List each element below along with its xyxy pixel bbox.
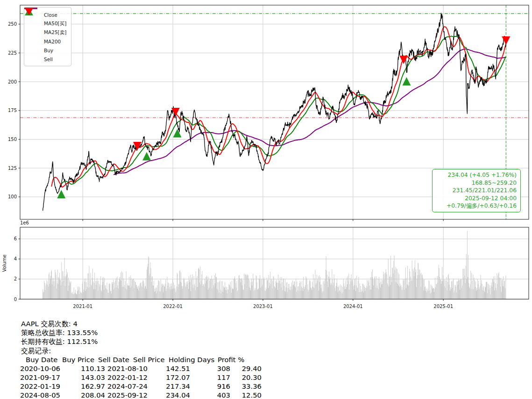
buy-marker bbox=[142, 152, 151, 161]
legend-item: MA200 bbox=[28, 37, 66, 46]
x-tick-label: 2021-01 bbox=[73, 304, 92, 309]
trade-table-cell: 110.13 bbox=[63, 364, 105, 372]
legend-label: MA200 bbox=[44, 39, 61, 44]
trade-table-cell: 143.03 bbox=[63, 373, 105, 381]
info-box-line: +0.79/偏多/+0.63/+0.16 bbox=[436, 202, 517, 210]
trade-table-cell: 403 bbox=[188, 391, 230, 399]
summary-line: 策略总收益率: 133.55% bbox=[21, 328, 98, 337]
trade-table-cell: 2025-09-12 bbox=[107, 391, 153, 399]
trade-table-cell: 2024-07-24 bbox=[107, 382, 153, 390]
volume-axis-label: Volume bbox=[2, 254, 7, 272]
trade-table-cell: 142.51 bbox=[148, 364, 190, 372]
legend-label: MA25[卖] bbox=[44, 29, 66, 36]
strategy-summary-text: AAPL 交易次数: 4策略总收益率: 133.55%长期持有收益: 112.5… bbox=[21, 319, 98, 355]
volume-scale-offset-label: 1e6 bbox=[20, 220, 29, 225]
legend-item-sell: Sell bbox=[28, 55, 66, 63]
price-volume-chart: 10012515017520022525002462021-012022-012… bbox=[0, 0, 532, 315]
volume-tick-label: 4 bbox=[14, 256, 17, 261]
trade-table-cell: 2020-10-06 bbox=[20, 364, 66, 372]
price-tick-label: 125 bbox=[8, 166, 17, 171]
info-box-line: 234.04 (+4.05 +1.76%) bbox=[436, 171, 517, 179]
trade-table-cell: 172.07 bbox=[148, 373, 190, 381]
trade-table-cell: 234.04 bbox=[148, 391, 190, 399]
aapl-strategy-figure: 10012515017520022525002462021-012022-012… bbox=[0, 0, 532, 399]
volume-bars bbox=[43, 231, 506, 299]
trade-table-header-cell: Holding Days bbox=[169, 356, 214, 364]
price-tick-label: 200 bbox=[8, 79, 17, 84]
trade-table-cell: 2024-08-05 bbox=[20, 391, 66, 399]
legend-label: Buy bbox=[44, 48, 53, 53]
buy-marker bbox=[173, 129, 182, 137]
trade-table-cell: 117 bbox=[188, 373, 230, 381]
trade-table-header-cell: Profit % bbox=[218, 356, 244, 364]
legend-label: MA50[买] bbox=[44, 21, 66, 27]
x-tick-label: 2022-01 bbox=[163, 304, 183, 309]
trade-table-cell: 29.40 bbox=[220, 364, 262, 372]
trade-table-header-cell: Sell Date bbox=[98, 356, 129, 364]
trade-table-cell: 2022-01-19 bbox=[20, 382, 66, 390]
trade-table-header-cell: Buy Date bbox=[26, 356, 57, 364]
volume-tick-label: 6 bbox=[14, 236, 17, 241]
chart-legend: Close MA50[买] MA25[卖] MA200 Buy Sell bbox=[24, 7, 71, 66]
price-tick-label: 250 bbox=[8, 21, 17, 27]
buy-marker bbox=[57, 190, 65, 198]
volume-tick-label: 2 bbox=[14, 276, 17, 281]
price-tick-label: 175 bbox=[8, 108, 17, 113]
trade-table-cell: 217.34 bbox=[148, 382, 190, 390]
trade-table-cell: 33.36 bbox=[220, 382, 262, 390]
trade-table-header-cell: Sell Price bbox=[133, 356, 165, 364]
info-box-line: 231.45/221.01/221.06 bbox=[436, 187, 517, 195]
trade-table-cell: 162.97 bbox=[63, 382, 105, 390]
trade-table-header-cell: Buy Price bbox=[62, 356, 94, 364]
legend-item: MA50[买] bbox=[28, 19, 66, 28]
legend-label: Close bbox=[44, 12, 57, 18]
legend-item: MA25[卖] bbox=[28, 28, 66, 37]
buy-marker bbox=[402, 77, 411, 85]
summary-line: 长期持有收益: 112.51% bbox=[21, 337, 98, 346]
ma25-line bbox=[51, 27, 506, 187]
trade-table-cell: 12.50 bbox=[220, 391, 262, 399]
trade-table-cell: 308 bbox=[188, 364, 230, 372]
x-tick-label: 2023-01 bbox=[253, 304, 273, 309]
trade-table-cell: 208.04 bbox=[63, 391, 105, 399]
info-box-line: 168.85~259.20 bbox=[436, 179, 517, 187]
summary-line: AAPL 交易次数: 4 bbox=[21, 319, 98, 328]
trade-table-cell: 2021-09-17 bbox=[20, 373, 66, 381]
trade-table-cell: 916 bbox=[188, 382, 230, 390]
trade-table-cell: 2021-08-10 bbox=[107, 364, 153, 372]
legend-label: Sell bbox=[44, 56, 53, 62]
volume-tick-label: 0 bbox=[14, 297, 17, 302]
price-tick-label: 100 bbox=[8, 194, 17, 199]
sell-marker bbox=[399, 56, 408, 64]
legend-item-buy: Buy bbox=[28, 46, 66, 55]
x-tick-label: 2025-01 bbox=[433, 304, 453, 309]
info-box-line: 2025-09-12 04:00 bbox=[436, 195, 517, 203]
trade-table-cell: 20.30 bbox=[220, 373, 262, 381]
price-tick-label: 150 bbox=[8, 137, 17, 142]
trade-table-cell: 2022-01-12 bbox=[107, 373, 153, 381]
x-tick-label: 2024-01 bbox=[343, 304, 363, 309]
summary-line: 交易记录: bbox=[21, 346, 98, 355]
price-tick-label: 225 bbox=[8, 50, 17, 56]
quote-info-box: 234.04 (+4.05 +1.76%)168.85~259.20231.45… bbox=[432, 169, 521, 212]
